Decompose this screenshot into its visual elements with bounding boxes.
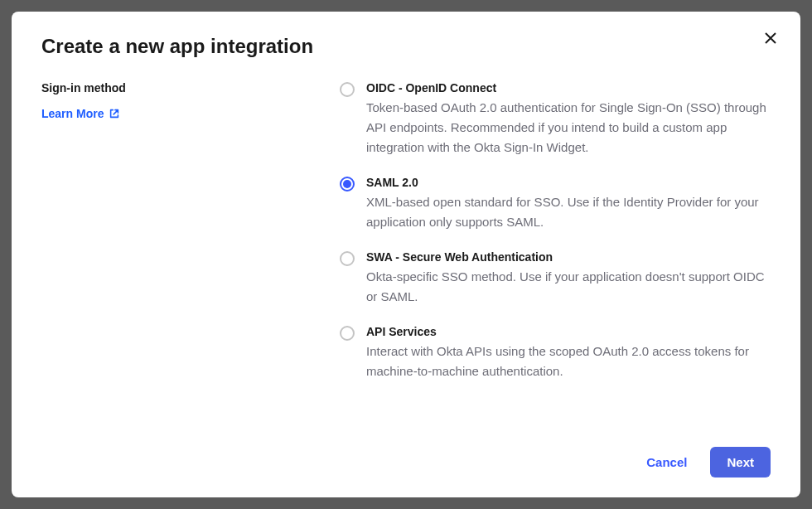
close-button[interactable]: [761, 28, 781, 48]
learn-more-text: Learn More: [41, 107, 104, 120]
close-icon: [764, 32, 777, 45]
radio-icon: [340, 251, 355, 266]
learn-more-link[interactable]: Learn More: [41, 107, 120, 120]
radio-title: OIDC - OpenID Connect: [366, 81, 771, 95]
section-label: Sign-in method: [41, 81, 323, 95]
left-column: Sign-in method Learn More: [41, 81, 323, 430]
cancel-button[interactable]: Cancel: [640, 447, 694, 477]
create-app-integration-modal: Create a new app integration Sign-in met…: [12, 12, 800, 497]
radio-option-swa[interactable]: SWA - Secure Web Authentication Okta-spe…: [340, 250, 771, 307]
radio-description: XML-based open standard for SSO. Use if …: [366, 192, 771, 232]
radio-option-oidc[interactable]: OIDC - OpenID Connect Token-based OAuth …: [340, 81, 771, 158]
radio-icon: [340, 177, 355, 191]
radio-title: SAML 2.0: [366, 176, 771, 189]
radio-icon: [340, 326, 355, 341]
radio-option-api-services[interactable]: API Services Interact with Okta APIs usi…: [340, 325, 771, 381]
radio-description: Okta-specific SSO method. Use if your ap…: [366, 267, 771, 307]
radio-text: API Services Interact with Okta APIs usi…: [366, 325, 771, 381]
radio-title: API Services: [366, 325, 771, 338]
radio-option-saml[interactable]: SAML 2.0 XML-based open standard for SSO…: [340, 176, 771, 232]
modal-footer: Cancel Next: [41, 430, 771, 477]
radio-description: Token-based OAuth 2.0 authentication for…: [366, 98, 771, 158]
radio-description: Interact with Okta APIs using the scoped…: [366, 342, 771, 381]
radio-text: OIDC - OpenID Connect Token-based OAuth …: [366, 81, 771, 158]
right-column: OIDC - OpenID Connect Token-based OAuth …: [340, 81, 771, 430]
next-button[interactable]: Next: [710, 447, 771, 477]
external-link-icon: [109, 108, 120, 119]
radio-title: SWA - Secure Web Authentication: [366, 250, 771, 264]
radio-text: SWA - Secure Web Authentication Okta-spe…: [366, 250, 771, 307]
radio-text: SAML 2.0 XML-based open standard for SSO…: [366, 176, 771, 232]
radio-icon: [340, 82, 355, 97]
modal-title: Create a new app integration: [41, 35, 771, 58]
modal-content: Sign-in method Learn More OIDC - OpenID …: [41, 81, 771, 430]
